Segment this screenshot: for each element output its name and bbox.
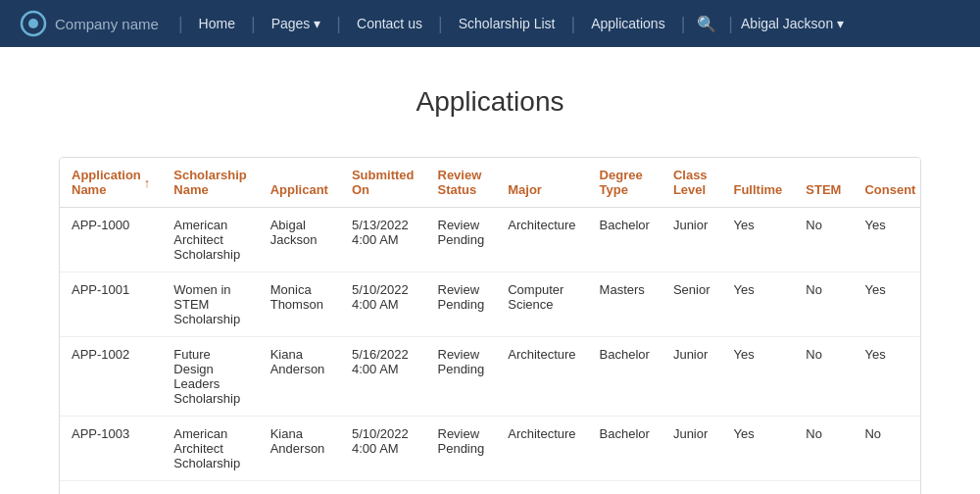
col-applicant: Applicant bbox=[259, 158, 340, 208]
cell-scholarship_name: Women in STEM Scholarship bbox=[162, 272, 258, 337]
user-chevron-icon: ▾ bbox=[837, 16, 844, 31]
nav-sep-6: | bbox=[681, 0, 686, 47]
applications-table-container: Application Name ↑ Scholarship Name Appl… bbox=[59, 157, 921, 494]
nav-contact[interactable]: Contact us bbox=[345, 0, 434, 47]
cell-fulltime: Yes bbox=[721, 208, 794, 272]
cell-submitted_on: 5/16/2022 4:00 AM bbox=[340, 337, 426, 417]
cell-submitted_on: 5/16/2022 4:00 AM bbox=[340, 481, 426, 495]
cell-review_status: Review Pending bbox=[426, 417, 497, 481]
cell-applicant: Kiana Anderson bbox=[259, 417, 340, 481]
nav-sep-7: | bbox=[728, 0, 733, 47]
cell-fulltime: Yes bbox=[721, 481, 794, 495]
nav-applications[interactable]: Applications bbox=[579, 0, 677, 47]
cell-fulltime: Yes bbox=[721, 417, 794, 481]
cell-consent: Yes bbox=[853, 481, 921, 495]
cell-applicant: Abigal Jackson bbox=[259, 208, 340, 272]
navbar: Company name | Home | Pages ▾ | Contact … bbox=[0, 0, 980, 47]
cell-applicant: Kiana Anderson bbox=[259, 337, 340, 417]
cell-app_name: APP-1003 bbox=[60, 417, 162, 481]
cell-review_status: Review Pending bbox=[426, 481, 497, 495]
cell-fulltime: Yes bbox=[721, 272, 794, 337]
cell-app_name: APP-1002 bbox=[60, 337, 162, 417]
svg-point-1 bbox=[28, 19, 38, 28]
col-app-name[interactable]: Application Name ↑ bbox=[60, 158, 162, 208]
pages-chevron-icon: ▾ bbox=[314, 0, 320, 47]
table-row: APP-1000American Architect ScholarshipAb… bbox=[60, 208, 921, 272]
cell-scholarship_name: Foreign Language Scholarship bbox=[162, 481, 258, 495]
cell-degree_type: Bachelor bbox=[588, 481, 662, 495]
cell-degree_type: Masters bbox=[588, 272, 662, 337]
sort-icon: ↑ bbox=[144, 175, 151, 190]
cell-consent: No bbox=[853, 417, 921, 481]
cell-major: Architecture bbox=[496, 337, 587, 417]
table-row: APP-1004Foreign Language ScholarshipMoni… bbox=[60, 481, 921, 495]
cell-app_name: APP-1004 bbox=[60, 481, 162, 495]
cell-submitted_on: 5/13/2022 4:00 AM bbox=[340, 208, 426, 272]
cell-stem: No bbox=[794, 208, 853, 272]
cell-consent: Yes bbox=[853, 337, 921, 417]
table-row: APP-1002Future Design Leaders Scholarshi… bbox=[60, 337, 921, 417]
search-icon[interactable]: 🔍 bbox=[689, 15, 724, 33]
cell-class_level: Junior bbox=[662, 337, 722, 417]
cell-class_level: Junior bbox=[662, 208, 722, 272]
nav-home[interactable]: Home bbox=[187, 0, 247, 47]
cell-submitted_on: 5/10/2022 4:00 AM bbox=[340, 272, 426, 337]
cell-scholarship_name: American Architect Scholarship bbox=[162, 417, 258, 481]
cell-review_status: Review Pending bbox=[426, 337, 497, 417]
page-title: Applications bbox=[59, 86, 921, 118]
col-consent: Consent bbox=[853, 158, 921, 208]
nav-scholarship-list[interactable]: Scholarship List bbox=[447, 0, 567, 47]
cell-major: Architecture bbox=[496, 417, 587, 481]
col-fulltime: Fulltime bbox=[721, 158, 794, 208]
col-scholarship-name: Scholarship Name bbox=[162, 158, 258, 208]
nav-sep-4: | bbox=[438, 0, 443, 47]
table-row: APP-1001Women in STEM ScholarshipMonica … bbox=[60, 272, 921, 337]
col-submitted-on: Submitted On bbox=[340, 158, 426, 208]
cell-review_status: Review Pending bbox=[426, 272, 497, 337]
col-major: Major bbox=[496, 158, 587, 208]
cell-major: Architecture bbox=[496, 208, 587, 272]
nav-sep-1: | bbox=[178, 0, 183, 47]
cell-stem: No bbox=[794, 337, 853, 417]
brand-name: Company name bbox=[55, 16, 159, 32]
cell-applicant: Monica Thomson bbox=[259, 272, 340, 337]
cell-consent: Yes bbox=[853, 272, 921, 337]
cell-review_status: Review Pending bbox=[426, 208, 497, 272]
table-header: Application Name ↑ Scholarship Name Appl… bbox=[60, 158, 921, 208]
nav-sep-3: | bbox=[336, 0, 341, 47]
cell-class_level: Junior bbox=[662, 417, 722, 481]
nav-sep-2: | bbox=[251, 0, 256, 47]
cell-fulltime: Yes bbox=[721, 337, 794, 417]
cell-degree_type: Bachelor bbox=[588, 208, 662, 272]
applications-table: Application Name ↑ Scholarship Name Appl… bbox=[60, 158, 921, 494]
cell-degree_type: Bachelor bbox=[588, 337, 662, 417]
cell-scholarship_name: Future Design Leaders Scholarship bbox=[162, 337, 258, 417]
cell-submitted_on: 5/10/2022 4:00 AM bbox=[340, 417, 426, 481]
nav-user[interactable]: Abigal Jackson ▾ bbox=[741, 16, 844, 31]
brand-icon bbox=[20, 10, 47, 37]
cell-stem: No bbox=[794, 481, 853, 495]
cell-applicant: Monica Thomson bbox=[259, 481, 340, 495]
cell-scholarship_name: American Architect Scholarship bbox=[162, 208, 258, 272]
table-body: APP-1000American Architect ScholarshipAb… bbox=[60, 208, 921, 495]
cell-consent: Yes bbox=[853, 208, 921, 272]
col-stem: STEM bbox=[794, 158, 853, 208]
nav-sep-5: | bbox=[570, 0, 575, 47]
cell-app_name: APP-1001 bbox=[60, 272, 162, 337]
cell-stem: No bbox=[794, 272, 853, 337]
cell-app_name: APP-1000 bbox=[60, 208, 162, 272]
cell-stem: No bbox=[794, 417, 853, 481]
cell-class_level: Senior bbox=[662, 272, 722, 337]
col-review-status: Review Status bbox=[426, 158, 497, 208]
main-content: Applications Application Name ↑ Scholars… bbox=[0, 47, 980, 494]
cell-degree_type: Bachelor bbox=[588, 417, 662, 481]
nav-brand[interactable]: Company name bbox=[20, 10, 159, 37]
col-degree-type: Degree Type bbox=[588, 158, 662, 208]
nav-pages[interactable]: Pages ▾ bbox=[260, 0, 333, 47]
col-class-level: Class Level bbox=[662, 158, 722, 208]
cell-major: Computer Science bbox=[496, 481, 587, 495]
cell-major: Computer Science bbox=[496, 272, 587, 337]
cell-class_level: Junior bbox=[662, 481, 722, 495]
table-row: APP-1003American Architect ScholarshipKi… bbox=[60, 417, 921, 481]
